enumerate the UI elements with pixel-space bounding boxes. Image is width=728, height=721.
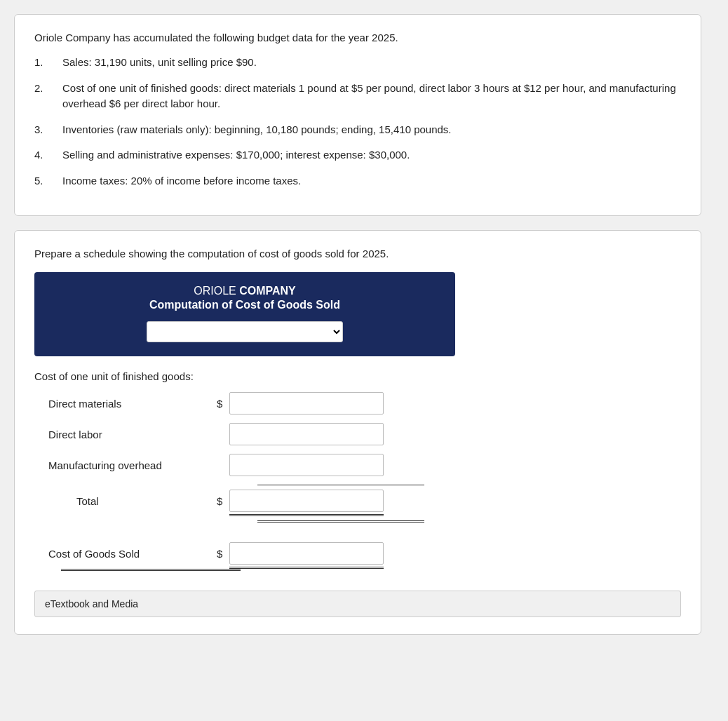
list-num-2: 2. xyxy=(34,81,62,112)
list-content-1: Sales: 31,190 units, unit selling price … xyxy=(62,55,681,71)
list-content-3: Inventories (raw materials only): beginn… xyxy=(62,122,681,138)
list-item-3: 3. Inventories (raw materials only): beg… xyxy=(34,122,681,138)
year-select[interactable]: 2025 2024 xyxy=(147,321,343,342)
list-item-4: 4. Selling and administrative expenses: … xyxy=(34,147,681,163)
schedule-dropdown-container[interactable]: 2025 2024 xyxy=(48,321,441,342)
oriole-text: ORIOLE xyxy=(194,285,239,297)
direct-labor-label: Direct labor xyxy=(48,429,217,440)
direct-materials-row: Direct materials $ xyxy=(34,392,483,415)
list-num-5: 5. xyxy=(34,173,62,189)
direct-materials-label: Direct materials xyxy=(48,398,217,410)
schedule-card: Prepare a schedule showing the computati… xyxy=(14,230,701,635)
list-content-4: Selling and administrative expenses: $17… xyxy=(62,147,681,163)
manufacturing-overhead-input[interactable] xyxy=(229,454,384,476)
manufacturing-overhead-row: Manufacturing overhead $ xyxy=(34,454,483,476)
cogs-dollar: $ xyxy=(217,548,227,560)
list-item-2: 2. Cost of one unit of finished goods: d… xyxy=(34,81,681,112)
total-dollar: $ xyxy=(217,495,227,507)
schedule-title-line1: ORIOLE COMPANY xyxy=(48,285,441,297)
list-content-2: Cost of one unit of finished goods: dire… xyxy=(62,81,681,112)
cogs-label: Cost of Goods Sold xyxy=(48,548,217,560)
manufacturing-overhead-label: Manufacturing overhead xyxy=(48,459,217,471)
section-label: Cost of one unit of finished goods: xyxy=(34,370,483,382)
total-row: Total $ xyxy=(34,490,483,512)
list-content-5: Income taxes: 20% of income before incom… xyxy=(62,173,681,189)
cogs-row: Cost of Goods Sold $ xyxy=(34,542,483,565)
prepare-text: Prepare a schedule showing the computati… xyxy=(34,248,681,260)
company-text: COMPANY xyxy=(239,285,296,297)
etextbook-label: eTextbook and Media xyxy=(45,598,138,609)
list-item-1: 1. Sales: 31,190 units, unit selling pri… xyxy=(34,55,681,71)
budget-data-card: Oriole Company has accumulated the follo… xyxy=(14,14,701,216)
list-num-4: 4. xyxy=(34,147,62,163)
direct-labor-input[interactable] xyxy=(229,423,384,445)
list-num-3: 3. xyxy=(34,122,62,138)
schedule-header-box: ORIOLE COMPANY Computation of Cost of Go… xyxy=(34,272,455,356)
direct-materials-dollar: $ xyxy=(217,398,227,410)
etextbook-bar: eTextbook and Media xyxy=(34,591,681,617)
cogs-input-container xyxy=(229,542,384,565)
cogs-input[interactable] xyxy=(229,542,384,565)
schedule-subtitle: Computation of Cost of Goods Sold xyxy=(48,299,441,311)
intro-text: Oriole Company has accumulated the follo… xyxy=(34,32,681,43)
list-item-5: 5. Income taxes: 20% of income before in… xyxy=(34,173,681,189)
list-num-1: 1. xyxy=(34,55,62,71)
total-label: Total xyxy=(48,495,217,507)
total-input-container xyxy=(229,490,384,512)
form-section: Cost of one unit of finished goods: Dire… xyxy=(34,370,483,571)
total-top-line xyxy=(257,485,424,485)
direct-materials-input[interactable] xyxy=(229,392,384,415)
total-bottom-line xyxy=(257,520,424,523)
total-input[interactable] xyxy=(229,490,384,512)
direct-labor-row: Direct labor $ xyxy=(34,423,483,445)
cogs-bottom-line xyxy=(61,569,241,571)
